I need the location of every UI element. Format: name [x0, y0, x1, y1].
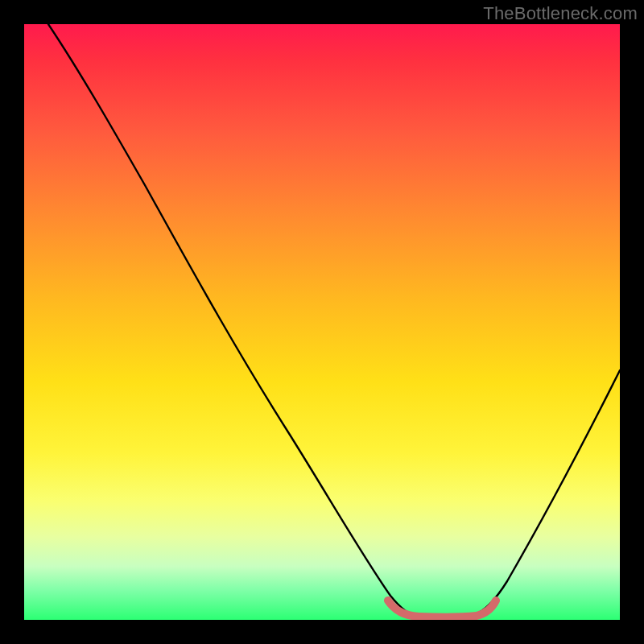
curve-svg: [24, 24, 620, 620]
chart-frame: TheBottleneck.com: [0, 0, 644, 644]
bottleneck-curve: [48, 24, 620, 617]
plot-area: [24, 24, 620, 620]
watermark-text: TheBottleneck.com: [483, 3, 638, 24]
